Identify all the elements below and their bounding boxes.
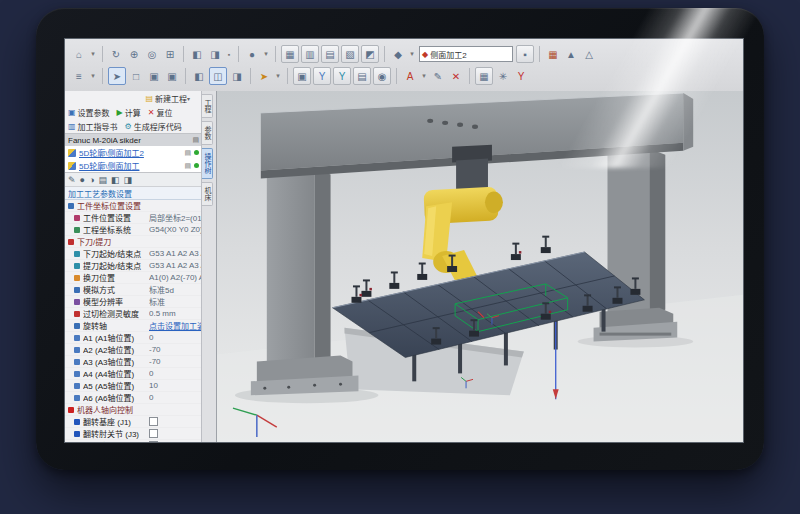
new-project-button[interactable]: ▤ 新建工程 ▾ (145, 93, 192, 104)
checkbox[interactable] (149, 441, 158, 442)
fit-view-icon[interactable]: ⊞ (162, 46, 178, 62)
doc-delete-icon[interactable]: ✕ (448, 68, 464, 84)
rotate-view-icon[interactable]: ⊕ (126, 46, 142, 62)
flip-base-j1-checkbox[interactable]: 翻转基座 (J1) (65, 416, 202, 428)
flip-elbow-j3-checkbox[interactable]: 翻转肘关节 (J3) (65, 428, 202, 440)
pick-cursor-icon[interactable]: ➤ (256, 68, 272, 84)
generate-code-button[interactable]: ⚙ 生成程序代码 (125, 121, 182, 132)
red-funnel-icon[interactable]: Y (513, 68, 529, 84)
simulate-machine-icon[interactable]: ▦ (281, 45, 299, 63)
doc-export-icon[interactable]: A (402, 68, 418, 84)
zoom-icon[interactable]: ◎ (144, 46, 160, 62)
cube-front-icon[interactable]: ◧ (191, 68, 207, 84)
program-icon: ◆ (422, 50, 428, 59)
filter-path-icon[interactable]: Y (333, 67, 351, 85)
a4-axis-position[interactable]: A4 (A4轴位置)0 (65, 368, 202, 380)
side-tab-参数[interactable]: 参数 (202, 121, 213, 145)
workpiece-coordinate-section[interactable]: 工件坐标位置设置 (65, 200, 202, 212)
workpiece-position[interactable]: 工件位置设置局部坐标2=(01544.582… (65, 212, 202, 224)
viewport-3d-scene (217, 91, 743, 442)
calculate-button[interactable]: ▶ 计算 (117, 107, 141, 118)
tools-caret-icon[interactable]: ▾ (89, 68, 97, 84)
verify-icon[interactable]: ◆ (390, 46, 406, 62)
sheet-icon[interactable]: ▤ (98, 175, 107, 185)
axes-icon[interactable]: ✳ (495, 68, 511, 84)
work-guide-button[interactable]: ▥ 加工指导书 (68, 121, 118, 132)
work-coordinate-system[interactable]: 工程坐标系统G54(X0 Y0 Z0) (65, 224, 202, 236)
tools-menu-icon[interactable]: ≡ (71, 68, 87, 84)
render-caret-icon[interactable]: ▾ (262, 46, 270, 62)
view-dot-icon[interactable]: ▪ (225, 46, 233, 62)
doc-caret-icon[interactable]: ▾ (420, 68, 428, 84)
simulate-path-icon[interactable]: ▥ (301, 45, 319, 63)
home-icon[interactable]: ⌂ (71, 46, 87, 62)
retract-start-end-point[interactable]: 提刀起始/结束点G53 A1 A2 A3 A4 A5 A… (65, 260, 202, 272)
home-caret-icon[interactable]: ▾ (89, 46, 97, 62)
cube-side-icon[interactable]: ◨ (229, 68, 245, 84)
probe-icon[interactable]: ◉ (373, 67, 391, 85)
program-browse-icon[interactable]: ▪ (516, 45, 534, 63)
checkbox[interactable] (149, 429, 158, 438)
job-list-item[interactable]: 5D轮廓\侧面加工2▤ (65, 146, 202, 159)
job-list-header[interactable]: Fanuc M-20iA sikder ▤ (65, 134, 202, 146)
checkbox[interactable] (149, 417, 158, 426)
side-tab-工程[interactable]: 工程 (202, 94, 213, 118)
reset-button[interactable]: ✕ 复位 (148, 107, 173, 118)
gouge-detection-sensitivity[interactable]: 过切检测灵敏度0.5 mm (65, 308, 202, 320)
copy-icon[interactable]: ▣ (146, 68, 162, 84)
doc-edit-icon[interactable]: ✎ (430, 68, 446, 84)
tree-label: 下刀起始/结束点 (83, 248, 149, 259)
image-icon[interactable]: ▦ (475, 67, 493, 85)
half-sphere-tool-icon[interactable]: ◑ (89, 175, 94, 185)
plunge-start-end-point[interactable]: 下刀起始/结束点G53 A1 A2 A3 A4 A5 A… (65, 248, 202, 260)
operation-list-icon[interactable]: ▤ (353, 67, 371, 85)
tree-value[interactable]: 点击设置加工姿态刀轴 (149, 320, 202, 331)
simulate-report-icon[interactable]: ◩ (361, 45, 379, 63)
simulate-stock-icon[interactable]: ▤ (321, 45, 339, 63)
a2-axis-position[interactable]: A2 (A2轴位置)-70 (65, 344, 202, 356)
color-report-icon[interactable]: ▦ (545, 46, 561, 62)
cube-iso-icon[interactable]: ◫ (209, 67, 227, 85)
rotary-axis-link[interactable]: 旋转轴点击设置加工姿态刀轴 (65, 320, 202, 332)
paste-icon[interactable]: ▣ (164, 68, 180, 84)
snapshot-icon[interactable]: △ (581, 46, 597, 62)
block-left-icon[interactable]: ◧ (111, 175, 120, 185)
sphere-tool-icon[interactable]: ● (80, 175, 85, 185)
tree-label: 旋转轴 (83, 320, 149, 331)
edit-operation-icon[interactable]: ✎ (68, 175, 76, 185)
viewport-3d[interactable] (217, 91, 743, 442)
pick-caret-icon[interactable]: ▾ (274, 68, 282, 84)
render-sphere-icon[interactable]: ● (244, 46, 260, 62)
tree-value: -70 (149, 345, 202, 354)
side-tab-操作树[interactable]: 操作树 (202, 148, 213, 179)
capture-icon[interactable]: ▲ (563, 46, 579, 62)
shaded-view-icon[interactable]: ◧ (189, 46, 205, 62)
select-arrow-icon[interactable]: ➤ (108, 67, 126, 85)
program-select-value: 侧面加工2 (430, 49, 466, 60)
side-tab-机床[interactable]: 机床 (202, 182, 213, 206)
rect-select-icon[interactable]: □ (128, 68, 144, 84)
filter-tool-icon[interactable]: Y (313, 67, 331, 85)
a6-axis-position[interactable]: A6 (A6轴位置)0 (65, 392, 202, 404)
verify-caret-icon[interactable]: ▾ (408, 46, 416, 62)
orbit-icon[interactable]: ↻ (108, 46, 124, 62)
simulate-compare-icon[interactable]: ▧ (341, 45, 359, 63)
plunge-retract-section[interactable]: 下刀/提刀 (65, 236, 202, 248)
wireframe-view-icon[interactable]: ◨ (207, 46, 223, 62)
block-right-icon[interactable]: ◨ (123, 175, 132, 185)
a1-axis-position[interactable]: A1 (A1轴位置)0 (65, 332, 202, 344)
status-ok-dot (194, 163, 199, 168)
tool-change-position[interactable]: 换刀位置A1(0) A2(-70) A3(-70) (65, 272, 202, 284)
flip-tree-icon (74, 431, 80, 437)
robot-axis-control-section[interactable]: 机器人轴向控制 (65, 404, 202, 416)
a3-axis-position[interactable]: A3 (A3轴位置)-70 (65, 356, 202, 368)
operation-icon (68, 162, 76, 170)
set-params-button[interactable]: ▣ 设置参数 (68, 107, 110, 118)
simulation-mode[interactable]: 模拟方式标准5d (65, 284, 202, 296)
a5-axis-position[interactable]: A5 (A5轴位置)10 (65, 380, 202, 392)
job-list-item[interactable]: 5D轮廓\侧面加工▤ (65, 159, 202, 172)
model-resolution[interactable]: 模型分辨率标准 (65, 296, 202, 308)
flip-wrist-j5-checkbox[interactable]: 翻转腕关节 (J5) (65, 440, 202, 442)
machine-setup-icon[interactable]: ▣ (293, 67, 311, 85)
program-select[interactable]: ◆侧面加工2 (419, 46, 513, 62)
